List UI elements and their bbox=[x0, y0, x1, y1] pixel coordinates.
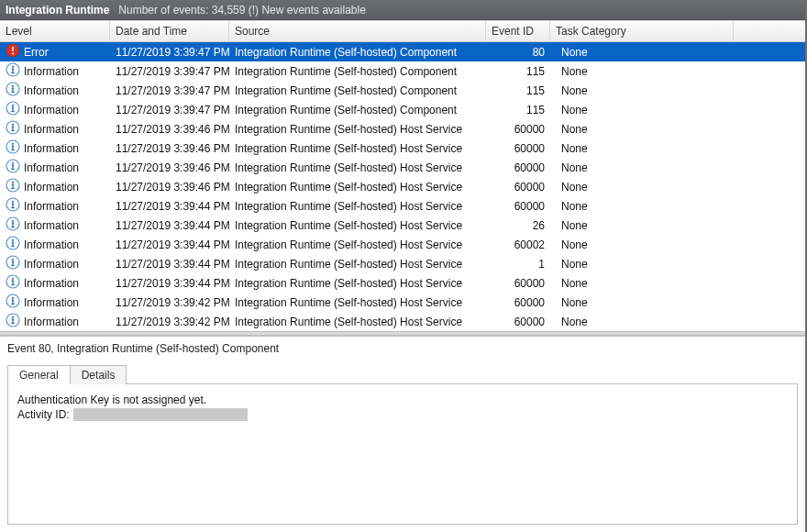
cell-date: 11/27/2019 3:39:46 PM bbox=[110, 161, 229, 174]
log-event-count: Number of events: 34,559 (!) New events … bbox=[118, 0, 365, 20]
info-icon bbox=[6, 274, 20, 292]
event-viewer-window: Integration Runtime Number of events: 34… bbox=[0, 0, 807, 532]
column-header-level[interactable]: Level bbox=[0, 21, 110, 41]
cell-task-category: None bbox=[550, 200, 734, 213]
table-row[interactable]: Information11/27/2019 3:39:44 PMIntegrat… bbox=[0, 196, 805, 216]
cell-source: Integration Runtime (Self-hosted) Host S… bbox=[229, 161, 486, 174]
info-icon bbox=[6, 159, 20, 176]
level-text: Information bbox=[24, 316, 79, 328]
svg-point-39 bbox=[12, 201, 14, 203]
cell-event-id: 60000 bbox=[486, 296, 550, 309]
column-header-task-category[interactable]: Task Category bbox=[550, 21, 734, 41]
column-header-source[interactable]: Source bbox=[229, 21, 486, 41]
svg-rect-6 bbox=[12, 69, 13, 73]
svg-rect-71 bbox=[12, 319, 13, 324]
cell-event-id: 60000 bbox=[486, 181, 550, 194]
level-text: Error bbox=[24, 46, 49, 59]
cell-date: 11/27/2019 3:39:44 PM bbox=[110, 200, 229, 213]
level-text: Information bbox=[24, 104, 79, 116]
svg-rect-17 bbox=[11, 111, 15, 112]
svg-rect-42 bbox=[11, 207, 15, 208]
table-row[interactable]: Information11/27/2019 3:39:46 PMIntegrat… bbox=[0, 158, 805, 177]
activity-id-line: Activity ID: bbox=[17, 408, 788, 421]
level-text: Information bbox=[24, 65, 79, 78]
info-icon bbox=[6, 216, 20, 234]
detail-body: Authentication Key is not assigned yet. … bbox=[7, 383, 798, 525]
svg-point-34 bbox=[12, 182, 14, 183]
table-row[interactable]: Information11/27/2019 3:39:42 PMIntegrat… bbox=[0, 312, 805, 331]
table-row[interactable]: Information11/27/2019 3:39:47 PMIntegrat… bbox=[0, 61, 805, 81]
event-grid: Level Date and Time Source Event ID Task… bbox=[0, 20, 805, 331]
cell-date: 11/27/2019 3:39:47 PM bbox=[110, 65, 229, 78]
tab-details[interactable]: Details bbox=[70, 365, 127, 384]
column-header-event-id[interactable]: Event ID bbox=[486, 21, 550, 41]
svg-rect-51 bbox=[12, 242, 13, 247]
cell-source: Integration Runtime (Self-hosted) Compon… bbox=[229, 104, 486, 116]
svg-rect-26 bbox=[12, 146, 13, 150]
info-icon bbox=[6, 255, 20, 272]
svg-rect-52 bbox=[11, 246, 15, 247]
cell-event-id: 60002 bbox=[486, 238, 550, 251]
cell-level: Information bbox=[0, 236, 110, 253]
svg-rect-47 bbox=[11, 227, 15, 227]
event-detail-panel: Event 80, Integration Runtime (Self-host… bbox=[0, 336, 805, 532]
cell-date: 11/27/2019 3:39:47 PM bbox=[110, 46, 229, 59]
level-text: Information bbox=[24, 123, 79, 136]
cell-event-id: 1 bbox=[486, 258, 550, 271]
table-row[interactable]: Information11/27/2019 3:39:46 PMIntegrat… bbox=[0, 177, 805, 196]
svg-rect-56 bbox=[12, 261, 13, 266]
cell-date: 11/27/2019 3:39:42 PM bbox=[110, 316, 229, 328]
cell-event-id: 60000 bbox=[486, 123, 550, 136]
cell-date: 11/27/2019 3:39:46 PM bbox=[110, 123, 229, 136]
cell-level: Information bbox=[0, 178, 110, 195]
cell-event-id: 80 bbox=[486, 46, 550, 59]
level-text: Information bbox=[24, 200, 79, 213]
svg-point-49 bbox=[12, 239, 14, 241]
cell-event-id: 115 bbox=[486, 65, 550, 78]
cell-date: 11/27/2019 3:39:44 PM bbox=[110, 219, 229, 232]
svg-point-19 bbox=[12, 124, 14, 126]
cell-task-category: None bbox=[550, 84, 734, 97]
svg-rect-61 bbox=[12, 281, 13, 285]
table-row[interactable]: Information11/27/2019 3:39:46 PMIntegrat… bbox=[0, 139, 805, 158]
svg-point-24 bbox=[12, 143, 14, 145]
table-row[interactable]: Information11/27/2019 3:39:44 PMIntegrat… bbox=[0, 254, 805, 273]
svg-rect-22 bbox=[11, 130, 15, 131]
cell-source: Integration Runtime (Self-hosted) Host S… bbox=[229, 277, 486, 290]
info-icon bbox=[6, 294, 20, 311]
column-header-row: Level Date and Time Source Event ID Task… bbox=[0, 20, 805, 42]
info-icon bbox=[6, 62, 20, 80]
level-text: Information bbox=[24, 258, 79, 271]
tab-general[interactable]: General bbox=[7, 365, 71, 384]
column-header-date[interactable]: Date and Time bbox=[110, 21, 229, 41]
table-row[interactable]: Information11/27/2019 3:39:44 PMIntegrat… bbox=[0, 235, 805, 254]
cell-date: 11/27/2019 3:39:47 PM bbox=[110, 84, 229, 97]
cell-event-id: 60000 bbox=[486, 161, 550, 174]
svg-rect-1 bbox=[12, 47, 14, 52]
svg-rect-67 bbox=[11, 304, 15, 305]
svg-point-64 bbox=[12, 297, 14, 299]
table-row[interactable]: Information11/27/2019 3:39:47 PMIntegrat… bbox=[0, 100, 805, 119]
svg-rect-57 bbox=[11, 265, 15, 266]
info-icon bbox=[6, 313, 20, 330]
cell-source: Integration Runtime (Self-hosted) Compon… bbox=[229, 46, 486, 59]
detail-tabs: General Details bbox=[7, 364, 798, 383]
cell-source: Integration Runtime (Self-hosted) Host S… bbox=[229, 123, 486, 136]
table-row[interactable]: Information11/27/2019 3:39:44 PMIntegrat… bbox=[0, 273, 805, 293]
cell-task-category: None bbox=[550, 46, 734, 59]
cell-level: Information bbox=[0, 216, 110, 234]
table-row[interactable]: Information11/27/2019 3:39:47 PMIntegrat… bbox=[0, 81, 805, 100]
activity-id-label: Activity ID: bbox=[17, 408, 70, 421]
svg-rect-31 bbox=[12, 165, 13, 170]
cell-level: Error bbox=[0, 43, 110, 61]
svg-rect-12 bbox=[11, 92, 15, 93]
table-row[interactable]: Error11/27/2019 3:39:47 PMIntegration Ru… bbox=[0, 42, 805, 61]
table-row[interactable]: Information11/27/2019 3:39:46 PMIntegrat… bbox=[0, 119, 805, 139]
cell-task-category: None bbox=[550, 65, 734, 78]
info-icon bbox=[6, 82, 20, 99]
table-row[interactable]: Information11/27/2019 3:39:44 PMIntegrat… bbox=[0, 216, 805, 235]
cell-source: Integration Runtime (Self-hosted) Host S… bbox=[229, 258, 486, 271]
cell-event-id: 26 bbox=[486, 219, 550, 232]
table-row[interactable]: Information11/27/2019 3:39:42 PMIntegrat… bbox=[0, 293, 805, 312]
cell-level: Information bbox=[0, 274, 110, 292]
